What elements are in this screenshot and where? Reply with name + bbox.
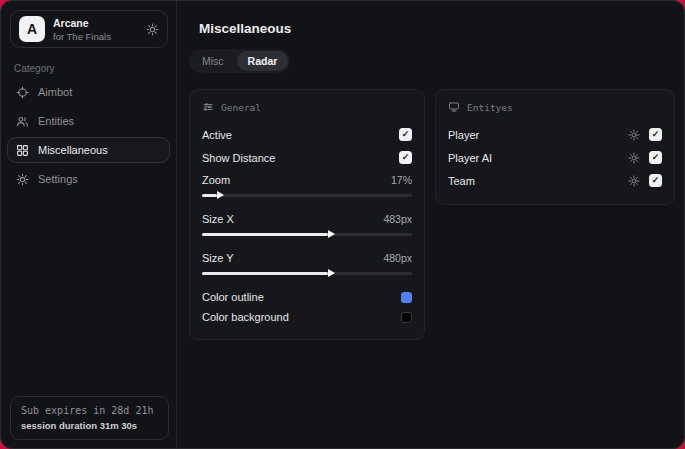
slider-group-zoom: Zoom 17%	[202, 170, 412, 201]
panels-row: General Active Show Distance Zoom 17%	[189, 89, 675, 340]
general-panel-header: General	[202, 101, 412, 113]
size-y-slider[interactable]	[202, 268, 412, 279]
zoom-slider[interactable]	[202, 190, 412, 201]
slider-fill	[202, 233, 328, 236]
tab-bar: Misc Radar	[189, 49, 290, 73]
slider-value: 480px	[383, 252, 412, 264]
slider-label-row: Zoom 17%	[202, 170, 412, 189]
entity-row-player-ai: Player AI	[448, 146, 662, 169]
color-row-background: Color background	[202, 307, 412, 327]
team-settings-gear-icon[interactable]	[628, 175, 640, 187]
brand-name: Arcane	[53, 17, 111, 29]
subscription-footer: Sub expires in 28d 21h session duration …	[10, 396, 169, 440]
sidebar-item-label: Aimbot	[38, 86, 72, 98]
avatar-letter: A	[27, 21, 37, 37]
entity-label: Team	[448, 175, 475, 187]
slider-label: Zoom	[202, 174, 230, 186]
entities-panel-header: Entityes	[448, 101, 662, 113]
brand-text: Arcane for The Finals	[53, 17, 111, 42]
slider-fill	[202, 272, 328, 275]
toggle-label: Show Distance	[202, 152, 275, 164]
slider-thumb[interactable]	[217, 191, 224, 199]
sidebar: A Arcane for The Finals Category	[1, 1, 177, 448]
color-background-swatch[interactable]	[401, 312, 412, 323]
sidebar-nav: Aimbot Entities	[1, 79, 176, 192]
size-x-slider[interactable]	[202, 229, 412, 240]
entities-panel-title: Entityes	[467, 102, 513, 113]
crosshair-icon	[16, 86, 29, 99]
sidebar-item-settings[interactable]: Settings	[7, 166, 170, 192]
sidebar-item-label: Entities	[38, 115, 74, 127]
color-row-outline: Color outline	[202, 287, 412, 307]
slider-group-size-y: Size Y 480px	[202, 248, 412, 279]
entity-controls	[628, 151, 662, 164]
monitor-icon	[448, 101, 460, 113]
sidebar-item-label: Miscellaneous	[38, 144, 108, 156]
slider-label-row: Size Y 480px	[202, 248, 412, 267]
active-checkbox[interactable]	[399, 128, 412, 141]
sidebar-item-aimbot[interactable]: Aimbot	[7, 79, 170, 105]
entities-icon	[16, 115, 29, 128]
app-window: A Arcane for The Finals Category	[0, 0, 685, 449]
entity-label: Player AI	[448, 152, 492, 164]
slider-label-row: Size X 483px	[202, 209, 412, 228]
entity-row-team: Team	[448, 169, 662, 192]
toggle-row-show-distance: Show Distance	[202, 146, 412, 169]
entity-row-player: Player	[448, 123, 662, 146]
show-distance-checkbox[interactable]	[399, 151, 412, 164]
entities-panel: Entityes Player P	[435, 89, 675, 205]
session-duration-text: session duration 31m 30s	[21, 420, 158, 431]
sub-expiry-text: Sub expires in 28d 21h	[21, 405, 158, 416]
general-panel-title: General	[221, 102, 261, 113]
entity-controls	[628, 128, 662, 141]
sidebar-item-miscellaneous[interactable]: Miscellaneous	[7, 137, 170, 163]
entity-label: Player	[448, 129, 479, 141]
color-label: Color background	[202, 311, 289, 323]
general-panel: General Active Show Distance Zoom 17%	[189, 89, 425, 340]
category-label: Category	[14, 63, 163, 74]
slider-label: Size Y	[202, 252, 234, 264]
sliders-icon	[202, 101, 214, 113]
sidebar-item-label: Settings	[38, 173, 78, 185]
slider-thumb[interactable]	[328, 230, 335, 238]
brand-settings-gear-icon[interactable]	[146, 23, 159, 36]
slider-track	[202, 194, 412, 197]
player-settings-gear-icon[interactable]	[628, 129, 640, 141]
main-content: Miscellaneous Misc Radar Gene	[177, 1, 685, 448]
team-checkbox[interactable]	[649, 174, 662, 187]
gear-icon	[16, 173, 29, 186]
slider-group-size-x: Size X 483px	[202, 209, 412, 240]
brand-subtitle: for The Finals	[53, 31, 111, 42]
grid-icon	[16, 144, 29, 157]
color-label: Color outline	[202, 291, 264, 303]
brand-card: A Arcane for The Finals	[10, 10, 168, 48]
slider-value: 483px	[383, 213, 412, 225]
slider-fill	[202, 194, 217, 197]
tab-radar[interactable]: Radar	[237, 51, 289, 71]
toggle-row-active: Active	[202, 123, 412, 146]
sidebar-item-entities[interactable]: Entities	[7, 108, 170, 134]
entity-controls	[628, 174, 662, 187]
slider-label: Size X	[202, 213, 234, 225]
player-ai-settings-gear-icon[interactable]	[628, 152, 640, 164]
toggle-label: Active	[202, 129, 232, 141]
slider-thumb[interactable]	[328, 269, 335, 277]
player-ai-checkbox[interactable]	[649, 151, 662, 164]
slider-value: 17%	[391, 174, 412, 186]
page-title: Miscellaneous	[199, 21, 675, 36]
avatar: A	[19, 16, 45, 42]
player-checkbox[interactable]	[649, 128, 662, 141]
color-outline-swatch[interactable]	[401, 292, 412, 303]
tab-misc[interactable]: Misc	[191, 51, 235, 71]
